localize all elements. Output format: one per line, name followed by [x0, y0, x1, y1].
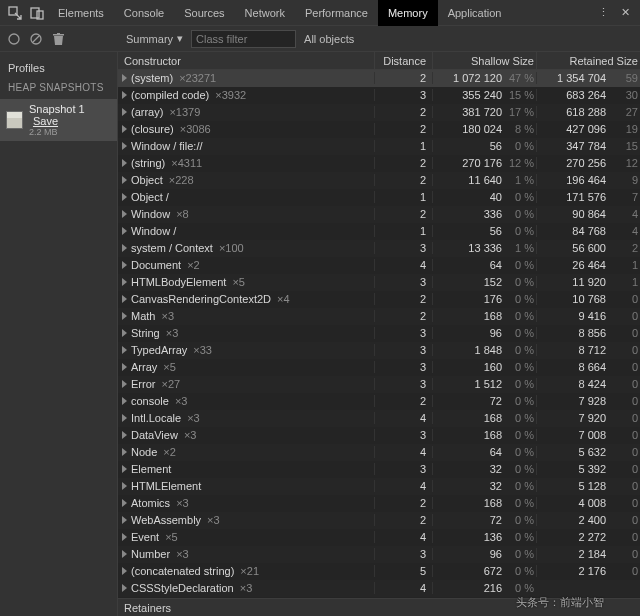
expand-triangle-icon[interactable] — [122, 278, 127, 286]
device-toggle-icon[interactable] — [26, 2, 48, 24]
expand-triangle-icon[interactable] — [122, 346, 127, 354]
expand-triangle-icon[interactable] — [122, 159, 127, 167]
snapshot-save-link[interactable]: Save — [33, 115, 58, 127]
col-distance[interactable]: Distance — [374, 52, 432, 69]
expand-triangle-icon[interactable] — [122, 499, 127, 507]
shallow-pct: 0 % — [502, 497, 536, 509]
expand-triangle-icon[interactable] — [122, 261, 127, 269]
table-row[interactable]: HTMLBodyElement×531520 %11 9201 — [118, 274, 640, 291]
table-row[interactable]: (compiled code)×39323355 24015 %683 2643… — [118, 87, 640, 104]
expand-triangle-icon[interactable] — [122, 533, 127, 541]
table-row[interactable]: Window /1560 %84 7684 — [118, 223, 640, 240]
table-row[interactable]: Window×823360 %90 8644 — [118, 206, 640, 223]
shallow-pct: 47 % — [502, 72, 536, 84]
expand-triangle-icon[interactable] — [122, 550, 127, 558]
view-dropdown[interactable]: Summary ▾ — [126, 32, 183, 45]
expand-triangle-icon[interactable] — [122, 465, 127, 473]
table-row[interactable]: (system)×2327121 072 12047 %1 354 70459 — [118, 70, 640, 87]
table-row[interactable]: Object /1400 %171 5767 — [118, 189, 640, 206]
expand-triangle-icon[interactable] — [122, 125, 127, 133]
kebab-menu-icon[interactable]: ⋮ — [592, 2, 614, 24]
table-row[interactable]: Window / file://1560 %347 78415 — [118, 138, 640, 155]
retained-size: 11 920 — [572, 276, 606, 288]
expand-triangle-icon[interactable] — [122, 584, 127, 592]
table-row[interactable]: Number×33960 %2 1840 — [118, 546, 640, 563]
expand-triangle-icon[interactable] — [122, 108, 127, 116]
table-row[interactable]: Element3320 %5 3920 — [118, 461, 640, 478]
table-row[interactable]: Error×2731 5120 %8 4240 — [118, 376, 640, 393]
distance-value: 1 — [374, 140, 432, 152]
table-row[interactable]: HTMLElement4320 %5 1280 — [118, 478, 640, 495]
expand-triangle-icon[interactable] — [122, 482, 127, 490]
shallow-pct: 0 % — [502, 293, 536, 305]
table-row[interactable]: Document×24640 %26 4641 — [118, 257, 640, 274]
expand-triangle-icon[interactable] — [122, 516, 127, 524]
table-row[interactable]: WebAssembly×32720 %2 4000 — [118, 512, 640, 529]
expand-triangle-icon[interactable] — [122, 74, 127, 82]
table-row[interactable]: Array×531600 %8 6640 — [118, 359, 640, 376]
expand-triangle-icon[interactable] — [122, 244, 127, 252]
record-icon[interactable] — [6, 31, 22, 47]
expand-triangle-icon[interactable] — [122, 363, 127, 371]
shallow-size: 64 — [490, 259, 502, 271]
expand-triangle-icon[interactable] — [122, 176, 127, 184]
distance-value: 2 — [374, 310, 432, 322]
objects-dropdown[interactable]: All objects — [304, 33, 354, 45]
tab-sources[interactable]: Sources — [174, 0, 234, 26]
expand-triangle-icon[interactable] — [122, 567, 127, 575]
table-row[interactable]: Event×541360 %2 2720 — [118, 529, 640, 546]
tab-console[interactable]: Console — [114, 0, 174, 26]
delete-icon[interactable] — [50, 31, 66, 47]
table-row[interactable]: Math×321680 %9 4160 — [118, 308, 640, 325]
expand-triangle-icon[interactable] — [122, 380, 127, 388]
table-row[interactable]: Atomics×321680 %4 0080 — [118, 495, 640, 512]
expand-triangle-icon[interactable] — [122, 295, 127, 303]
table-row[interactable]: CanvasRenderingContext2D×421760 %10 7680 — [118, 291, 640, 308]
table-row[interactable]: console×32720 %7 9280 — [118, 393, 640, 410]
table-row[interactable]: Intl.Locale×341680 %7 9200 — [118, 410, 640, 427]
expand-triangle-icon[interactable] — [122, 431, 127, 439]
table-row[interactable]: (closure)×30862180 0248 %427 09619 — [118, 121, 640, 138]
table-row[interactable]: Node×24640 %5 6320 — [118, 444, 640, 461]
expand-triangle-icon[interactable] — [122, 193, 127, 201]
table-row[interactable]: TypedArray×3331 8480 %8 7120 — [118, 342, 640, 359]
table-row[interactable]: system / Context×100313 3361 %56 6002 — [118, 240, 640, 257]
col-shallow[interactable]: Shallow Size — [432, 52, 536, 69]
expand-triangle-icon[interactable] — [122, 397, 127, 405]
table-row[interactable]: (concatenated string)×2156720 %2 1760 — [118, 563, 640, 580]
table-row[interactable]: (string)×43112270 17612 %270 25612 — [118, 155, 640, 172]
expand-triangle-icon[interactable] — [122, 312, 127, 320]
retained-size: 7 928 — [578, 395, 606, 407]
shallow-pct: 1 % — [502, 242, 536, 254]
snapshot-item[interactable]: Snapshot 1 Save 2.2 MB — [0, 99, 117, 141]
table-row[interactable]: (array)×13792381 72017 %618 28827 — [118, 104, 640, 121]
col-constructor[interactable]: Constructor — [118, 52, 374, 69]
clear-icon[interactable] — [28, 31, 44, 47]
table-row[interactable]: Object×228211 6401 %196 4649 — [118, 172, 640, 189]
inspect-icon[interactable] — [4, 2, 26, 24]
constructor-name: Document — [131, 259, 181, 271]
tab-elements[interactable]: Elements — [48, 0, 114, 26]
close-icon[interactable]: ✕ — [614, 2, 636, 24]
distance-value: 4 — [374, 531, 432, 543]
retained-pct: 0 — [606, 446, 640, 458]
expand-triangle-icon[interactable] — [122, 329, 127, 337]
retained-size: 8 712 — [578, 344, 606, 356]
tab-network[interactable]: Network — [235, 0, 295, 26]
snapshot-name: Snapshot 1 — [29, 103, 85, 115]
tab-application[interactable]: Application — [438, 0, 512, 26]
table-row[interactable]: String×33960 %8 8560 — [118, 325, 640, 342]
expand-triangle-icon[interactable] — [122, 142, 127, 150]
table-row[interactable]: DataView×331680 %7 0080 — [118, 427, 640, 444]
expand-triangle-icon[interactable] — [122, 91, 127, 99]
expand-triangle-icon[interactable] — [122, 227, 127, 235]
expand-triangle-icon[interactable] — [122, 414, 127, 422]
expand-triangle-icon[interactable] — [122, 448, 127, 456]
col-retained[interactable]: Retained Size — [536, 52, 640, 69]
tab-performance[interactable]: Performance — [295, 0, 378, 26]
class-filter-input[interactable] — [191, 30, 296, 48]
distance-value: 3 — [374, 548, 432, 560]
tab-memory[interactable]: Memory — [378, 0, 438, 26]
expand-triangle-icon[interactable] — [122, 210, 127, 218]
instance-count: ×228 — [163, 174, 194, 186]
